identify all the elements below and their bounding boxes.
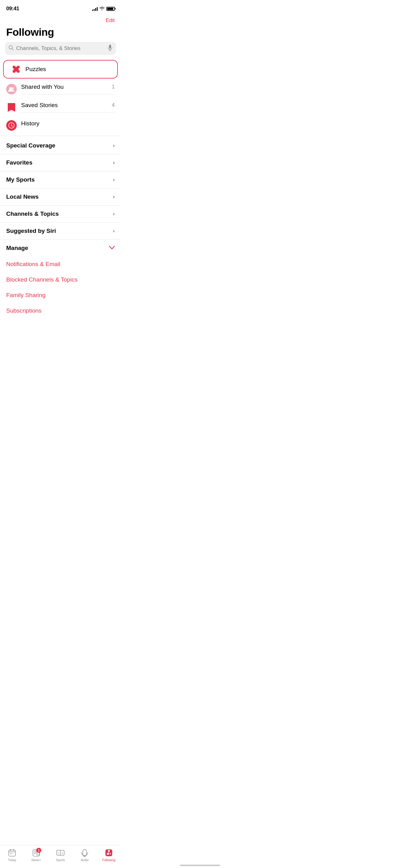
history-item[interactable]: History xyxy=(0,116,121,134)
page-title: Following xyxy=(0,25,121,42)
puzzle-icon xyxy=(10,64,21,75)
saved-stories-content: Saved Stories 4 xyxy=(21,102,115,113)
status-bar: 09:41 xyxy=(0,0,121,15)
battery-icon xyxy=(106,7,115,11)
header: Edit xyxy=(0,15,121,25)
signal-icon xyxy=(92,7,98,11)
saved-stories-label: Saved Stories xyxy=(21,102,58,108)
blocked-channels-item[interactable]: Blocked Channels & Topics xyxy=(0,272,121,287)
special-coverage-label: Special Coverage xyxy=(6,142,55,149)
my-sports-row[interactable]: My Sports › xyxy=(0,172,121,188)
history-content: History xyxy=(21,120,115,131)
my-sports-label: My Sports xyxy=(6,176,35,183)
divider-1 xyxy=(0,136,121,136)
local-news-row[interactable]: Local News › xyxy=(0,188,121,206)
puzzles-label: Puzzles xyxy=(26,66,46,73)
content: Edit Following Puzzle xyxy=(0,15,121,346)
saved-stories-item[interactable]: Saved Stories 4 xyxy=(0,98,121,116)
favorites-chevron: › xyxy=(113,160,115,166)
family-sharing-item[interactable]: Family Sharing xyxy=(0,287,121,303)
shared-with-you-item[interactable]: Shared with You 1 xyxy=(0,80,121,98)
suggested-by-siri-label: Suggested by Siri xyxy=(6,227,56,235)
shared-with-you-badge: 1 xyxy=(112,84,115,90)
puzzles-item[interactable]: Puzzles xyxy=(3,60,118,79)
shared-with-you-content: Shared with You 1 xyxy=(21,84,115,94)
manage-row[interactable]: Manage xyxy=(0,240,121,256)
search-bar[interactable] xyxy=(5,42,116,55)
special-coverage-chevron: › xyxy=(113,143,115,149)
svg-rect-1 xyxy=(109,45,111,49)
subscriptions-label: Subscriptions xyxy=(6,307,41,314)
local-news-chevron: › xyxy=(113,194,115,200)
status-time: 09:41 xyxy=(6,6,19,12)
subscriptions-item[interactable]: Subscriptions xyxy=(0,303,121,318)
search-input[interactable] xyxy=(16,45,105,52)
saved-stories-icon xyxy=(6,102,17,113)
local-news-label: Local News xyxy=(6,193,39,200)
channels-topics-label: Channels & Topics xyxy=(6,211,59,217)
suggested-by-siri-row[interactable]: Suggested by Siri › xyxy=(0,223,121,240)
my-sports-chevron: › xyxy=(113,177,115,183)
svg-point-0 xyxy=(9,45,12,49)
status-icons xyxy=(92,6,115,11)
history-icon xyxy=(6,120,17,131)
edit-button[interactable]: Edit xyxy=(106,16,115,25)
special-coverage-row[interactable]: Special Coverage › xyxy=(0,137,121,154)
wifi-icon xyxy=(100,6,104,11)
favorites-row[interactable]: Favorites › xyxy=(0,154,121,172)
mic-icon[interactable] xyxy=(108,45,112,52)
shared-with-you-icon xyxy=(6,84,17,94)
saved-stories-badge: 4 xyxy=(112,102,115,108)
manage-label: Manage xyxy=(6,245,28,251)
blocked-channels-label: Blocked Channels & Topics xyxy=(6,276,77,283)
notifications-email-label: Notifications & Email xyxy=(6,261,60,267)
channels-topics-chevron: › xyxy=(113,211,115,217)
search-icon xyxy=(9,45,14,52)
suggested-by-siri-chevron: › xyxy=(113,228,115,234)
family-sharing-label: Family Sharing xyxy=(6,292,45,298)
notifications-email-item[interactable]: Notifications & Email xyxy=(0,256,121,272)
shared-with-you-label: Shared with You xyxy=(21,84,64,90)
history-label: History xyxy=(21,120,39,127)
svg-point-5 xyxy=(11,87,14,90)
manage-chevron-down xyxy=(109,245,115,251)
channels-topics-row[interactable]: Channels & Topics › xyxy=(0,206,121,223)
favorites-label: Favorites xyxy=(6,159,32,166)
